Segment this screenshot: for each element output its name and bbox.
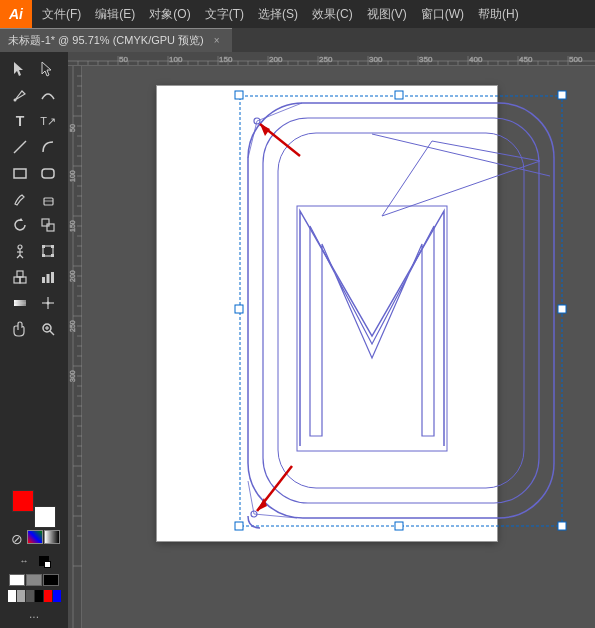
svg-line-173 [257, 103, 302, 121]
app-logo: Ai [0, 0, 32, 28]
svg-rect-18 [51, 245, 54, 248]
svg-marker-0 [14, 62, 23, 76]
svg-rect-20 [51, 254, 54, 257]
hand-tool[interactable] [6, 316, 34, 342]
free-transform-tool[interactable] [34, 238, 62, 264]
menu-file[interactable]: 文件(F) [36, 4, 87, 25]
active-tab[interactable]: 未标题-1* @ 95.71% (CMYK/GPU 预览) × [0, 28, 232, 52]
eraser-tool[interactable] [34, 186, 62, 212]
menu-text[interactable]: 文字(T) [199, 4, 250, 25]
color-area: ⊘ ↔ [2, 490, 66, 628]
tab-close-button[interactable]: × [210, 34, 224, 48]
svg-rect-6 [44, 198, 53, 205]
svg-line-33 [50, 331, 54, 335]
touch-type-tool[interactable]: T↗ [34, 108, 62, 134]
tool-row-1 [2, 56, 66, 82]
svg-rect-158 [395, 522, 403, 530]
svg-rect-25 [47, 274, 50, 283]
canvas-area: 50 100 150 200 250 300 350 400 450 500 [68, 52, 595, 628]
rectangle-tool[interactable] [6, 160, 34, 186]
svg-point-11 [18, 245, 22, 249]
svg-text:200: 200 [269, 55, 283, 64]
white-swatch[interactable] [9, 574, 25, 586]
arc-tool[interactable] [34, 134, 62, 160]
swatch-blue[interactable] [53, 590, 61, 602]
swatch-red[interactable] [44, 590, 52, 602]
tool-row-6 [2, 186, 66, 212]
selection-tool[interactable] [6, 56, 34, 82]
direct-selection-tool[interactable] [34, 56, 62, 82]
swatch-dgray[interactable] [26, 590, 34, 602]
menu-object[interactable]: 对象(O) [143, 4, 196, 25]
line-tool[interactable] [6, 134, 34, 160]
svg-text:350: 350 [419, 55, 433, 64]
svg-text:300: 300 [69, 370, 76, 382]
svg-rect-22 [20, 277, 26, 283]
stroke-color[interactable] [34, 506, 56, 528]
svg-text:250: 250 [319, 55, 333, 64]
swatch-white[interactable] [8, 590, 16, 602]
svg-rect-154 [558, 91, 566, 99]
svg-text:200: 200 [69, 270, 76, 282]
svg-rect-161 [248, 103, 554, 518]
rotate-tool[interactable] [6, 212, 34, 238]
svg-rect-155 [235, 522, 243, 530]
arrow-bottom-left [257, 466, 292, 511]
svg-rect-19 [42, 254, 45, 257]
rounded-rect-tool[interactable] [34, 160, 62, 186]
menu-view[interactable]: 视图(V) [361, 4, 413, 25]
svg-text:450: 450 [519, 55, 533, 64]
pencil-tool[interactable] [6, 186, 34, 212]
svg-rect-163 [278, 133, 524, 488]
toolbar-more[interactable]: ... [2, 604, 66, 624]
svg-text:150: 150 [219, 55, 233, 64]
svg-rect-165 [297, 206, 447, 451]
tool-row-8 [2, 238, 66, 264]
gradient-tool[interactable] [6, 290, 34, 316]
tool-row-7 [2, 212, 66, 238]
swatch-lgray[interactable] [17, 590, 25, 602]
pen-tool[interactable] [6, 82, 34, 108]
svg-rect-157 [395, 91, 403, 99]
menu-edit[interactable]: 编辑(E) [89, 4, 141, 25]
zoom-tool[interactable] [34, 316, 62, 342]
toolbar: T T↗ [0, 52, 68, 628]
type-tool[interactable]: T [6, 108, 34, 134]
svg-rect-24 [42, 277, 45, 283]
menu-window[interactable]: 窗口(W) [415, 4, 470, 25]
chart-tool[interactable] [34, 264, 62, 290]
color-button[interactable] [27, 530, 43, 544]
svg-rect-17 [42, 245, 45, 248]
svg-text:100: 100 [69, 170, 76, 182]
menu-help[interactable]: 帮助(H) [472, 4, 525, 25]
gray-swatch[interactable] [26, 574, 42, 586]
swatch-black[interactable] [35, 590, 43, 602]
swap-colors-button[interactable]: ↔ [15, 552, 33, 570]
svg-rect-153 [235, 91, 243, 99]
svg-text:500: 500 [569, 55, 583, 64]
shape-builder-tool[interactable] [6, 264, 34, 290]
mesh-tool[interactable] [34, 290, 62, 316]
svg-text:250: 250 [69, 320, 76, 332]
svg-text:100: 100 [169, 55, 183, 64]
fill-color[interactable] [12, 490, 34, 512]
default-colors-button[interactable] [35, 552, 53, 570]
vertical-ruler: 50 100 150 200 250 300 [68, 66, 82, 628]
scale-tool[interactable] [34, 212, 62, 238]
color-mode-controls: ⊘ [8, 530, 60, 548]
svg-line-15 [20, 255, 23, 258]
tool-row-11 [2, 316, 66, 342]
none-color-button[interactable]: ⊘ [8, 530, 26, 548]
black-swatch[interactable] [43, 574, 59, 586]
puppet-warp-tool[interactable] [6, 238, 34, 264]
menu-effect[interactable]: 效果(C) [306, 4, 359, 25]
curvature-tool[interactable] [34, 82, 62, 108]
gradient-button[interactable] [44, 530, 60, 544]
canvas-workspace[interactable] [82, 66, 595, 628]
tool-row-4 [2, 134, 66, 160]
fill-stroke-indicator[interactable] [12, 490, 56, 528]
svg-point-31 [47, 302, 50, 305]
svg-line-164 [372, 134, 550, 176]
svg-text:50: 50 [119, 55, 128, 64]
menu-select[interactable]: 选择(S) [252, 4, 304, 25]
